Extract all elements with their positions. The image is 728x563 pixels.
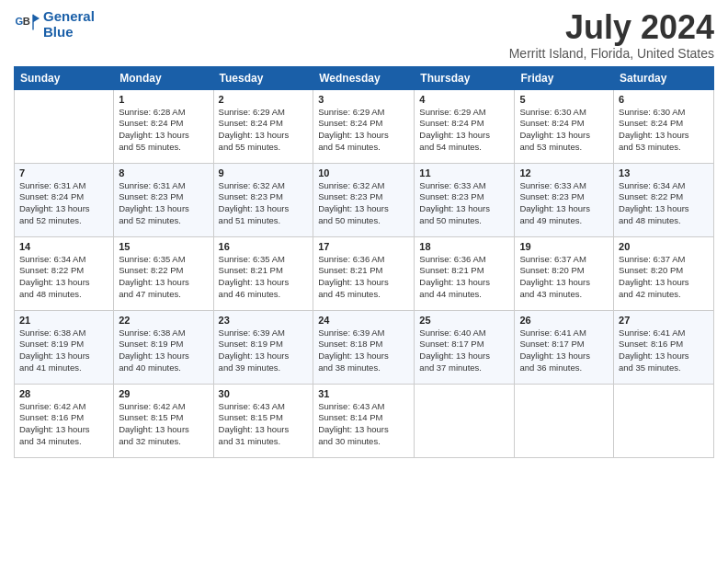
day-number: 11 xyxy=(419,167,509,178)
day-number: 13 xyxy=(619,167,709,178)
day-number: 31 xyxy=(318,388,409,399)
calendar-cell: 17Sunrise: 6:36 AM Sunset: 8:21 PM Dayli… xyxy=(313,236,415,310)
day-info: Sunrise: 6:41 AM Sunset: 8:17 PM Dayligh… xyxy=(519,327,609,374)
calendar-cell: 1Sunrise: 6:28 AM Sunset: 8:24 PM Daylig… xyxy=(114,89,213,163)
calendar-header-thursday: Thursday xyxy=(415,66,515,89)
calendar-cell: 4Sunrise: 6:29 AM Sunset: 8:24 PM Daylig… xyxy=(415,89,515,163)
day-number: 22 xyxy=(119,315,208,326)
calendar-cell: 31Sunrise: 6:43 AM Sunset: 8:14 PM Dayli… xyxy=(313,384,415,457)
calendar-cell: 29Sunrise: 6:42 AM Sunset: 8:15 PM Dayli… xyxy=(114,384,213,457)
day-number: 27 xyxy=(619,315,709,326)
calendar-cell: 22Sunrise: 6:38 AM Sunset: 8:19 PM Dayli… xyxy=(114,310,213,384)
calendar-cell: 5Sunrise: 6:30 AM Sunset: 8:24 PM Daylig… xyxy=(515,89,614,163)
day-number: 17 xyxy=(318,241,409,252)
day-info: Sunrise: 6:40 AM Sunset: 8:17 PM Dayligh… xyxy=(419,327,509,374)
calendar-cell: 24Sunrise: 6:39 AM Sunset: 8:18 PM Dayli… xyxy=(313,310,415,384)
day-number: 9 xyxy=(219,167,309,178)
day-number: 3 xyxy=(318,94,409,105)
calendar-week-row: 14Sunrise: 6:34 AM Sunset: 8:22 PM Dayli… xyxy=(15,236,714,310)
calendar-table: SundayMondayTuesdayWednesdayThursdayFrid… xyxy=(14,66,714,458)
calendar-cell: 3Sunrise: 6:29 AM Sunset: 8:24 PM Daylig… xyxy=(313,89,415,163)
calendar-week-row: 1Sunrise: 6:28 AM Sunset: 8:24 PM Daylig… xyxy=(15,89,714,163)
day-info: Sunrise: 6:31 AM Sunset: 8:23 PM Dayligh… xyxy=(119,180,208,227)
calendar-cell: 20Sunrise: 6:37 AM Sunset: 8:20 PM Dayli… xyxy=(614,236,714,310)
calendar-week-row: 21Sunrise: 6:38 AM Sunset: 8:19 PM Dayli… xyxy=(15,310,714,384)
svg-marker-2 xyxy=(33,14,40,21)
day-info: Sunrise: 6:33 AM Sunset: 8:23 PM Dayligh… xyxy=(419,180,509,227)
calendar-header-tuesday: Tuesday xyxy=(213,66,313,89)
day-info: Sunrise: 6:38 AM Sunset: 8:19 PM Dayligh… xyxy=(119,327,208,374)
day-number: 23 xyxy=(219,315,309,326)
calendar-header-friday: Friday xyxy=(515,66,614,89)
day-number: 12 xyxy=(519,167,609,178)
calendar-cell: 27Sunrise: 6:41 AM Sunset: 8:16 PM Dayli… xyxy=(614,310,714,384)
day-number: 14 xyxy=(19,241,108,252)
calendar-cell: 14Sunrise: 6:34 AM Sunset: 8:22 PM Dayli… xyxy=(15,236,114,310)
day-info: Sunrise: 6:36 AM Sunset: 8:21 PM Dayligh… xyxy=(318,254,409,301)
calendar-cell xyxy=(515,384,614,457)
day-number: 21 xyxy=(19,315,108,326)
day-info: Sunrise: 6:39 AM Sunset: 8:19 PM Dayligh… xyxy=(219,327,309,374)
day-number: 8 xyxy=(119,167,208,178)
calendar-cell: 16Sunrise: 6:35 AM Sunset: 8:21 PM Dayli… xyxy=(213,236,313,310)
day-info: Sunrise: 6:43 AM Sunset: 8:15 PM Dayligh… xyxy=(219,401,309,448)
day-info: Sunrise: 6:32 AM Sunset: 8:23 PM Dayligh… xyxy=(318,180,409,227)
day-info: Sunrise: 6:39 AM Sunset: 8:18 PM Dayligh… xyxy=(318,327,409,374)
day-number: 6 xyxy=(619,94,709,105)
header: G B General Blue July 2024 Merritt Islan… xyxy=(14,9,714,61)
day-info: Sunrise: 6:35 AM Sunset: 8:21 PM Dayligh… xyxy=(219,254,309,301)
day-number: 20 xyxy=(619,241,709,252)
day-number: 26 xyxy=(519,315,609,326)
day-number: 15 xyxy=(119,241,208,252)
svg-text:G: G xyxy=(15,16,23,27)
day-info: Sunrise: 6:43 AM Sunset: 8:14 PM Dayligh… xyxy=(318,401,409,448)
calendar-cell: 21Sunrise: 6:38 AM Sunset: 8:19 PM Dayli… xyxy=(15,310,114,384)
logo-icon: G B xyxy=(14,12,40,38)
logo-line2: Blue xyxy=(43,25,95,40)
day-info: Sunrise: 6:30 AM Sunset: 8:24 PM Dayligh… xyxy=(619,107,709,154)
page: G B General Blue July 2024 Merritt Islan… xyxy=(0,0,728,563)
day-info: Sunrise: 6:41 AM Sunset: 8:16 PM Dayligh… xyxy=(619,327,709,374)
calendar-cell xyxy=(15,89,114,163)
day-info: Sunrise: 6:37 AM Sunset: 8:20 PM Dayligh… xyxy=(519,254,609,301)
subtitle: Merritt Island, Florida, United States xyxy=(509,46,714,61)
calendar-cell: 18Sunrise: 6:36 AM Sunset: 8:21 PM Dayli… xyxy=(415,236,515,310)
calendar-cell: 9Sunrise: 6:32 AM Sunset: 8:23 PM Daylig… xyxy=(213,163,313,236)
calendar-header-saturday: Saturday xyxy=(614,66,714,89)
day-number: 2 xyxy=(219,94,309,105)
calendar-cell: 30Sunrise: 6:43 AM Sunset: 8:15 PM Dayli… xyxy=(213,384,313,457)
day-number: 18 xyxy=(419,241,509,252)
calendar-week-row: 28Sunrise: 6:42 AM Sunset: 8:16 PM Dayli… xyxy=(15,384,714,457)
calendar-cell: 25Sunrise: 6:40 AM Sunset: 8:17 PM Dayli… xyxy=(415,310,515,384)
calendar-cell: 13Sunrise: 6:34 AM Sunset: 8:22 PM Dayli… xyxy=(614,163,714,236)
day-info: Sunrise: 6:29 AM Sunset: 8:24 PM Dayligh… xyxy=(219,107,309,154)
day-number: 25 xyxy=(419,315,509,326)
calendar-cell: 23Sunrise: 6:39 AM Sunset: 8:19 PM Dayli… xyxy=(213,310,313,384)
calendar-cell: 12Sunrise: 6:33 AM Sunset: 8:23 PM Dayli… xyxy=(515,163,614,236)
day-info: Sunrise: 6:34 AM Sunset: 8:22 PM Dayligh… xyxy=(619,180,709,227)
day-info: Sunrise: 6:34 AM Sunset: 8:22 PM Dayligh… xyxy=(19,254,108,301)
day-number: 19 xyxy=(519,241,609,252)
calendar-cell xyxy=(415,384,515,457)
day-info: Sunrise: 6:35 AM Sunset: 8:22 PM Dayligh… xyxy=(119,254,208,301)
calendar-cell: 15Sunrise: 6:35 AM Sunset: 8:22 PM Dayli… xyxy=(114,236,213,310)
day-number: 5 xyxy=(519,94,609,105)
calendar-header-monday: Monday xyxy=(114,66,213,89)
day-info: Sunrise: 6:29 AM Sunset: 8:24 PM Dayligh… xyxy=(419,107,509,154)
calendar-cell: 11Sunrise: 6:33 AM Sunset: 8:23 PM Dayli… xyxy=(415,163,515,236)
day-info: Sunrise: 6:29 AM Sunset: 8:24 PM Dayligh… xyxy=(318,107,409,154)
day-info: Sunrise: 6:30 AM Sunset: 8:24 PM Dayligh… xyxy=(519,107,609,154)
day-number: 30 xyxy=(219,388,309,399)
calendar-header-row: SundayMondayTuesdayWednesdayThursdayFrid… xyxy=(15,66,714,89)
day-info: Sunrise: 6:42 AM Sunset: 8:16 PM Dayligh… xyxy=(19,401,108,448)
calendar-cell: 19Sunrise: 6:37 AM Sunset: 8:20 PM Dayli… xyxy=(515,236,614,310)
calendar-header-wednesday: Wednesday xyxy=(313,66,415,89)
calendar-cell xyxy=(614,384,714,457)
calendar-cell: 10Sunrise: 6:32 AM Sunset: 8:23 PM Dayli… xyxy=(313,163,415,236)
calendar-cell: 26Sunrise: 6:41 AM Sunset: 8:17 PM Dayli… xyxy=(515,310,614,384)
calendar-header-sunday: Sunday xyxy=(15,66,114,89)
title-block: July 2024 Merritt Island, Florida, Unite… xyxy=(509,9,714,61)
day-info: Sunrise: 6:42 AM Sunset: 8:15 PM Dayligh… xyxy=(119,401,208,448)
day-info: Sunrise: 6:33 AM Sunset: 8:23 PM Dayligh… xyxy=(519,180,609,227)
day-info: Sunrise: 6:36 AM Sunset: 8:21 PM Dayligh… xyxy=(419,254,509,301)
